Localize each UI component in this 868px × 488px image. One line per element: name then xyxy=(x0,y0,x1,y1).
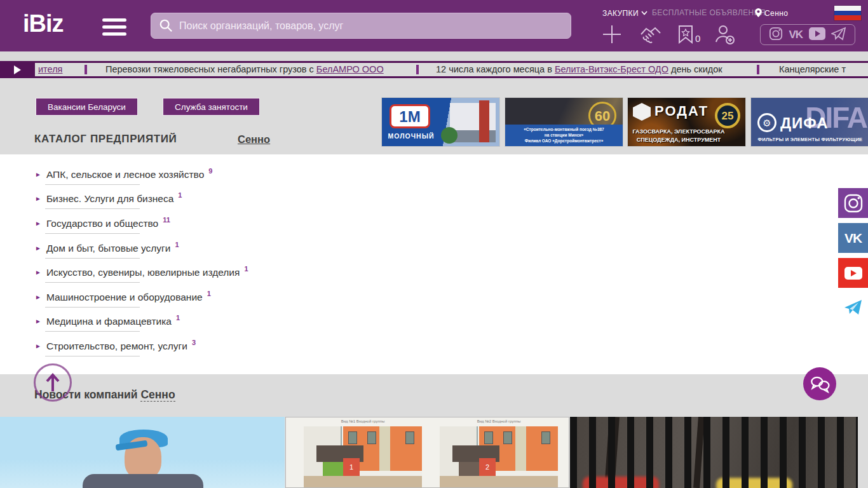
catalog-city-link[interactable]: Сенно xyxy=(238,133,270,146)
category-link[interactable]: Строительство, ремонт, услуги xyxy=(46,341,187,351)
site-logo[interactable]: iBiz xyxy=(23,10,64,37)
triangle-bullet-icon: ► xyxy=(35,245,41,252)
banner-difa[interactable]: DIFA ⚙ ДИФА ФИЛЬТРЫ И ЭЛЕМЕНТЫ ФИЛЬТРУЮЩ… xyxy=(750,97,868,147)
category-count: 11 xyxy=(163,216,170,224)
category-count: 1 xyxy=(207,290,211,297)
entrance-number: 1 xyxy=(343,458,360,477)
gear-icon: ⚙ xyxy=(757,113,776,132)
banner-difa-subtitle: ФИЛЬТРЫ И ЭЛЕМЕНТЫ ФИЛЬТРУЮЩИЕ xyxy=(754,137,867,142)
entrance-render-1: Вид №1 Входной группы 1 xyxy=(304,426,422,487)
menu-icon[interactable] xyxy=(102,18,126,35)
employment-service-button[interactable]: Служба занятости xyxy=(163,98,260,116)
category-link[interactable]: Искусство, сувениры, ювелирные изделия xyxy=(46,267,240,278)
category-row: ►Медицина и фармацевтика1 xyxy=(35,314,180,333)
arrow-up-icon xyxy=(44,372,61,393)
category-link[interactable]: Дом и быт, бытовые услуги xyxy=(46,243,171,254)
ticker-play-icon[interactable] xyxy=(0,63,35,76)
category-count: 3 xyxy=(192,339,196,346)
render-caption: Вид №1 Входной группы xyxy=(304,419,422,423)
divider xyxy=(45,208,140,209)
divider xyxy=(45,331,140,332)
banner-smp387[interactable]: 60 лет «Строительно-монтажный поезд №387… xyxy=(505,97,623,147)
chat-bubbles-icon xyxy=(809,374,831,393)
vk-icon[interactable]: VK xyxy=(838,223,868,253)
category-link[interactable]: Государство и общество xyxy=(46,218,158,229)
news-photo-man[interactable] xyxy=(0,417,285,488)
telegram-icon[interactable] xyxy=(838,292,868,322)
scroll-to-top-button[interactable] xyxy=(34,363,72,402)
vacancies-button[interactable]: Вакансии Беларуси xyxy=(36,98,138,116)
divider xyxy=(45,233,140,234)
ticker-separator xyxy=(757,65,759,74)
telegram-icon[interactable] xyxy=(831,27,846,43)
category-row: ►АПК, сельское и лесное хозяйство9 xyxy=(35,167,212,186)
category-row: ►Машиностроение и оборудование1 xyxy=(35,290,211,309)
youtube-icon[interactable] xyxy=(809,27,825,43)
category-link[interactable]: Медицина и фармацевтика xyxy=(46,316,172,327)
register-user-icon[interactable] xyxy=(714,24,736,46)
banner-rodat[interactable]: РОДАТ 25 ГАЗОСВАРКА, ЭЛЕКТРОСВАРКА СПЕЦО… xyxy=(627,97,746,147)
add-company-icon[interactable] xyxy=(602,24,621,44)
location-pin-icon xyxy=(755,8,762,17)
divider xyxy=(45,184,140,185)
banner-1m-molochny[interactable]: 1М МОЛОЧНЫЙ xyxy=(381,97,500,147)
divider xyxy=(45,258,140,259)
banner-rodat-text2: СПЕЦОДЕЖДА, ИНСТРУМЕНТ xyxy=(628,137,729,143)
favorites-bookmark-icon[interactable] xyxy=(677,25,694,44)
instagram-icon[interactable] xyxy=(769,27,783,43)
entrance-render-2: Вид №2 Входной группы 2 xyxy=(440,426,558,487)
banner-1m-logo: 1М xyxy=(390,104,430,128)
ticker-item[interactable]: Перевозки тяжеловесных негабаритных груз… xyxy=(105,63,384,76)
banner-rodat-logo xyxy=(633,103,651,121)
location-selector[interactable]: Сенно xyxy=(755,8,788,18)
news-photo-fence[interactable] xyxy=(570,417,858,488)
triangle-bullet-icon: ► xyxy=(35,342,41,349)
search-icon xyxy=(159,18,173,32)
ticker-item[interactable]: Канцелярские т xyxy=(779,63,846,76)
search-bar xyxy=(151,13,571,39)
favorites-count: 0 xyxy=(695,33,700,44)
ticker-item[interactable]: 12 числа каждого месяца в Белита-Витэкс-… xyxy=(436,63,722,76)
youtube-icon[interactable] xyxy=(838,258,868,288)
ticker-separator xyxy=(416,65,419,74)
ticker-separator xyxy=(85,65,87,74)
vk-icon[interactable]: VK xyxy=(789,29,803,41)
catalog-section: ►АПК, сельское и лесное хозяйство9 ►Бизн… xyxy=(0,154,868,374)
top-link-zakupki[interactable]: ЗАКУПКИ xyxy=(602,8,648,18)
triangle-bullet-icon: ► xyxy=(35,294,41,301)
triangle-bullet-icon: ► xyxy=(35,318,41,325)
top-link-free-ads[interactable]: БЕСПЛАТНЫЕ ОБЪЯВЛЕНИЯ xyxy=(652,8,766,17)
category-count: 1 xyxy=(175,241,179,248)
banner-rodat-text1: ГАЗОСВАРКА, ЭЛЕКТРОСВАРКА xyxy=(628,128,729,135)
category-row: ►Государство и общество11 xyxy=(35,216,170,235)
category-row: ►Дом и быт, бытовые услуги1 xyxy=(35,241,179,260)
russian-flag-icon[interactable] xyxy=(834,6,861,20)
triangle-bullet-icon: ► xyxy=(35,269,41,276)
banner-difa-title: ДИФА xyxy=(780,114,829,132)
category-row: ►Искусство, сувениры, ювелирные изделия1 xyxy=(35,265,248,284)
header: iBiz ЗАКУПКИ БЕСПЛАТНЫЕ ОБЪЯВЛЕНИЯ Сенно xyxy=(0,0,868,51)
search-input[interactable] xyxy=(151,13,571,39)
banner-25-medal: 25 xyxy=(715,103,740,128)
banner-smp387-text: «Строительно-монтажный поезд №387на стан… xyxy=(505,125,623,146)
instagram-icon[interactable] xyxy=(838,188,868,218)
divider xyxy=(45,307,140,308)
category-link[interactable]: Бизнес. Услуги для бизнеса xyxy=(46,193,173,204)
handshake-icon[interactable] xyxy=(639,25,662,44)
fence-bars-art xyxy=(570,417,858,488)
banner-1m-label: МОЛОЧНЫЙ xyxy=(384,132,438,140)
catalog-title: КАТАЛОГ ПРЕДПРИЯТИЙ xyxy=(34,133,177,146)
shoulders-art xyxy=(83,474,203,488)
news-city-link[interactable]: Сенно xyxy=(140,388,175,402)
category-link[interactable]: АПК, сельское и лесное хозяйство xyxy=(46,169,204,180)
category-count: 1 xyxy=(178,191,182,199)
banner-tree-art xyxy=(441,127,458,144)
header-social-links: VK xyxy=(760,24,855,45)
category-count: 1 xyxy=(244,265,248,273)
chat-button[interactable] xyxy=(803,367,836,400)
ticker-item[interactable]: ителя xyxy=(38,63,62,76)
category-link[interactable]: Машиностроение и оборудование xyxy=(46,292,203,302)
news-photo-architecture[interactable]: Вид №1 Входной группы 1 Вид №2 Входной г… xyxy=(285,417,569,488)
triangle-bullet-icon: ► xyxy=(35,195,41,202)
header-divider-strip xyxy=(0,51,868,61)
